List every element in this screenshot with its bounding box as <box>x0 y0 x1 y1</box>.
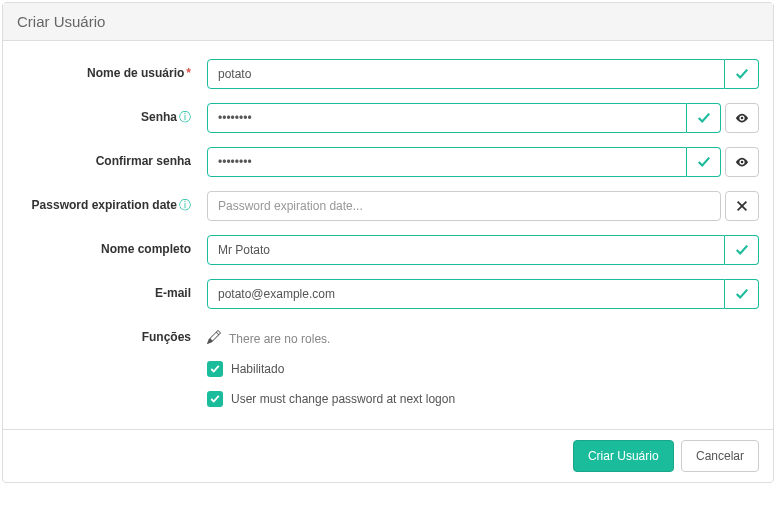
confirm-input-group <box>207 147 721 177</box>
mustchange-checkbox[interactable] <box>207 391 223 407</box>
password-input-group <box>207 103 721 133</box>
password-valid-icon <box>687 103 721 133</box>
help-icon[interactable]: ⓘ <box>179 110 191 124</box>
row-username: Nome de usuário* <box>17 59 759 89</box>
email-input-group <box>207 279 759 309</box>
cancel-button[interactable]: Cancelar <box>681 440 759 472</box>
email-input[interactable] <box>207 279 725 309</box>
password-reveal-button[interactable] <box>725 103 759 133</box>
panel-title: Criar Usuário <box>3 3 773 41</box>
email-valid-icon <box>725 279 759 309</box>
row-fullname: Nome completo <box>17 235 759 265</box>
fullname-input[interactable] <box>207 235 725 265</box>
edit-roles-button[interactable] <box>207 330 221 347</box>
username-input-group <box>207 59 759 89</box>
row-expiration: Password expiration dateⓘ <box>17 191 759 221</box>
label-expiration-text: Password expiration date <box>32 198 177 212</box>
label-fullname: Nome completo <box>17 235 207 258</box>
enabled-label[interactable]: Habilitado <box>231 362 284 376</box>
roles-static: There are no roles. <box>207 323 330 347</box>
expiration-input[interactable] <box>207 191 721 221</box>
confirm-reveal-button[interactable] <box>725 147 759 177</box>
username-input[interactable] <box>207 59 725 89</box>
label-confirm: Confirmar senha <box>17 147 207 170</box>
row-confirm: Confirmar senha <box>17 147 759 177</box>
submit-button[interactable]: Criar Usuário <box>573 440 674 472</box>
row-mustchange: User must change password at next logon <box>207 391 759 407</box>
confirm-input[interactable] <box>207 147 687 177</box>
label-email: E-mail <box>17 279 207 302</box>
label-username: Nome de usuário* <box>17 59 207 82</box>
label-password: Senhaⓘ <box>17 103 207 126</box>
confirm-valid-icon <box>687 147 721 177</box>
enabled-checkbox[interactable] <box>207 361 223 377</box>
roles-empty-text: There are no roles. <box>229 332 330 346</box>
username-valid-icon <box>725 59 759 89</box>
help-icon[interactable]: ⓘ <box>179 198 191 212</box>
row-enabled: Habilitado <box>207 361 759 377</box>
fullname-valid-icon <box>725 235 759 265</box>
label-username-text: Nome de usuário <box>87 66 184 80</box>
row-password: Senhaⓘ <box>17 103 759 133</box>
panel-body: Nome de usuário* Senhaⓘ Confirmar senha <box>3 41 773 429</box>
label-roles: Funções <box>17 323 207 346</box>
mustchange-label[interactable]: User must change password at next logon <box>231 392 455 406</box>
row-email: E-mail <box>17 279 759 309</box>
panel-footer: Criar Usuário Cancelar <box>3 429 773 482</box>
fullname-input-group <box>207 235 759 265</box>
row-roles: Funções There are no roles. <box>17 323 759 347</box>
create-user-panel: Criar Usuário Nome de usuário* Senhaⓘ <box>2 2 774 483</box>
label-password-text: Senha <box>141 110 177 124</box>
label-expiration: Password expiration dateⓘ <box>17 191 207 214</box>
required-asterisk: * <box>186 66 191 80</box>
expiration-clear-button[interactable] <box>725 191 759 221</box>
password-input[interactable] <box>207 103 687 133</box>
